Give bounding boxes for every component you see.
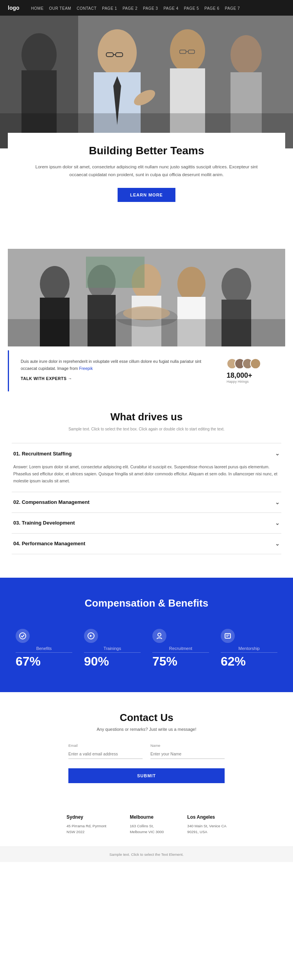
chevron-icon-4: ⌄ — [275, 541, 280, 547]
svg-point-16 — [230, 35, 262, 74]
accordion-body-1: Answer: Lorem ipsum dolor sit amet, cons… — [12, 464, 281, 492]
accordion-header-1[interactable]: 01. Recruitment Staffing ⌄ — [12, 443, 281, 464]
team-photo-section — [0, 233, 293, 346]
footer-text: Sample text. Click to select the Text El… — [109, 852, 184, 857]
name-group: Name — [150, 743, 225, 759]
svg-point-46 — [158, 633, 161, 636]
email-group: Email — [68, 743, 143, 759]
comp-value-trainings: 90% — [84, 654, 109, 669]
submit-button[interactable]: SUBMIT — [68, 768, 225, 783]
chevron-icon-3: ⌄ — [275, 520, 280, 526]
happy-label: Happy Hirings — [227, 380, 249, 384]
comp-card-trainings: Trainings 90% — [80, 625, 145, 673]
svg-point-38 — [238, 361, 242, 364]
comp-label-benefits: Benefits — [16, 646, 72, 653]
office-sydney-city: Sydney — [66, 814, 106, 820]
nav-page7[interactable]: PAGE 7 — [225, 6, 240, 11]
compensation-section: Compensation & Benefits Benefits 67% Tra… — [0, 578, 293, 692]
learn-more-button[interactable]: LEARN MORE — [118, 188, 175, 202]
nav-page2[interactable]: PAGE 2 — [123, 6, 138, 11]
svg-rect-41 — [245, 365, 250, 369]
nav-our-team[interactable]: OUR TEAM — [49, 6, 71, 11]
office-melbourne: Melbourne 163 Collins St, Melbourne VIC … — [130, 814, 164, 835]
freepik-link[interactable]: Freepik — [79, 366, 93, 371]
chevron-icon-1: ⌄ — [275, 450, 280, 457]
trainings-icon — [84, 629, 98, 643]
nav-page4[interactable]: PAGE 4 — [163, 6, 178, 11]
email-input[interactable] — [68, 749, 143, 759]
comp-label-trainings: Trainings — [84, 646, 141, 653]
accordion-item-2: 02. Compensation Management ⌄ — [12, 492, 281, 513]
accordion-header-2[interactable]: 02. Compensation Management ⌄ — [12, 492, 281, 512]
svg-rect-34 — [86, 257, 145, 288]
office-sydney-address: 45 Pirrama Rd, Pyrmont NSW 2022 — [66, 823, 106, 835]
name-label: Name — [150, 743, 225, 748]
drives-subtitle: Sample text. Click to select the text bo… — [12, 427, 281, 431]
svg-rect-35 — [8, 319, 285, 346]
svg-point-11 — [170, 29, 205, 72]
nav-contact[interactable]: CONTACT — [77, 6, 96, 11]
drives-section: What drives us Sample text. Click to sel… — [0, 391, 293, 566]
contact-subtitle: Any questions or remarks? Just write us … — [12, 727, 281, 732]
comp-value-mentorship: 62% — [221, 654, 246, 669]
nav-page3[interactable]: PAGE 3 — [143, 6, 158, 11]
comp-value-recruitment: 75% — [152, 654, 177, 669]
form-row: Email Name — [68, 743, 225, 765]
email-label: Email — [68, 743, 143, 748]
svg-point-42 — [254, 361, 257, 364]
hero-section — [0, 16, 293, 148]
navigation: logo HOME OUR TEAM CONTACT PAGE 1 PAGE 2… — [0, 0, 293, 16]
svg-rect-39 — [237, 365, 243, 369]
svg-point-30 — [222, 268, 251, 304]
office-la-city: Los Angeles — [187, 814, 226, 820]
accordion-item-4: 04. Performance Management ⌄ — [12, 534, 281, 554]
benefits-icon — [16, 629, 30, 643]
avatar-group — [227, 358, 261, 369]
nav-links: HOME OUR TEAM CONTACT PAGE 1 PAGE 2 PAGE… — [31, 4, 240, 11]
compensation-heading: Compensation & Benefits — [12, 597, 281, 609]
svg-point-28 — [177, 267, 205, 301]
office-sydney: Sydney 45 Pirrama Rd, Pyrmont NSW 2022 — [66, 814, 106, 835]
svg-point-36 — [230, 361, 234, 364]
office-melbourne-city: Melbourne — [130, 814, 164, 820]
intro-body: Lorem ipsum dolor sit amet, consectetur … — [27, 163, 266, 179]
logo[interactable]: logo — [8, 5, 20, 11]
nav-page1[interactable]: PAGE 1 — [102, 6, 117, 11]
chevron-icon-2: ⌄ — [275, 499, 280, 505]
office-melbourne-address: 163 Collins St, Melbourne VIC 3000 — [130, 823, 164, 835]
about-text-block: Duis aute irure dolor in reprehenderit i… — [21, 358, 215, 381]
about-right: 18,000+ Happy Hirings — [227, 358, 273, 384]
accordion-title-3: 03. Training Development — [13, 520, 75, 526]
accordion-header-4[interactable]: 04. Performance Management ⌄ — [12, 534, 281, 554]
compensation-grid: Benefits 67% Trainings 90% Recruitment — [12, 625, 281, 673]
office-la: Los Angeles 340 Main St, Venice CA 90291… — [187, 814, 226, 835]
nav-home[interactable]: HOME — [31, 6, 44, 11]
svg-rect-47 — [225, 634, 230, 638]
accordion-title-1: 01. Recruitment Staffing — [13, 451, 72, 457]
offices-section: Sydney 45 Pirrama Rd, Pyrmont NSW 2022 M… — [0, 799, 293, 846]
nav-page6[interactable]: PAGE 6 — [204, 6, 219, 11]
svg-point-44 — [20, 633, 26, 639]
hero-image — [0, 16, 293, 148]
talk-with-experts-link[interactable]: TALK WITH EXPERTS → — [21, 376, 215, 381]
comp-label-mentorship: Mentorship — [221, 646, 277, 653]
about-paragraph: Duis aute irure dolor in reprehenderit i… — [21, 358, 215, 372]
about-strip: Duis aute irure dolor in reprehenderit i… — [8, 350, 285, 391]
comp-card-benefits: Benefits 67% — [12, 625, 76, 673]
happy-count: 18,000+ — [227, 371, 252, 380]
team-photo — [8, 249, 285, 346]
contact-section: Contact Us Any questions or remarks? Jus… — [0, 692, 293, 799]
accordion-header-3[interactable]: 03. Training Development ⌄ — [12, 513, 281, 533]
comp-value-benefits: 67% — [16, 654, 41, 669]
nav-page5[interactable]: PAGE 5 — [184, 6, 199, 11]
accordion-title-4: 04. Performance Management — [13, 541, 85, 546]
recruitment-icon — [152, 629, 166, 643]
name-input[interactable] — [150, 749, 225, 759]
accordion-title-2: 02. Compensation Management — [13, 499, 89, 505]
spacer1 — [0, 214, 293, 233]
mentorship-icon — [221, 629, 235, 643]
contact-form: Email Name SUBMIT — [68, 743, 225, 783]
comp-label-recruitment: Recruitment — [152, 646, 209, 653]
avatar-4 — [250, 358, 261, 369]
intro-heading: Building Better Teams — [27, 145, 266, 157]
